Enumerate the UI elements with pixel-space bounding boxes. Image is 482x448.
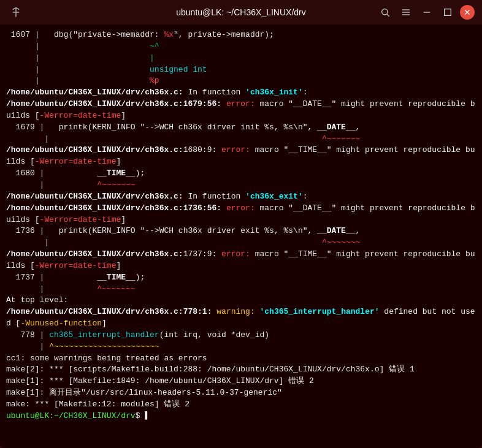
output-line: make: *** [Makefile:12: modules] 错误 2 xyxy=(6,399,476,411)
titlebar-right: ✕ xyxy=(377,4,475,21)
minimize-button[interactable] xyxy=(418,4,435,21)
titlebar-left xyxy=(7,4,25,21)
output-line: /home/ubuntu/CH36X_LINUX/drv/ch36x.c:173… xyxy=(6,249,476,272)
output-line: cc1: some warnings being treated as erro… xyxy=(6,353,476,365)
output-line: make[2]: *** [scripts/Makefile.build:288… xyxy=(6,364,476,376)
terminal-window: ubuntu@LK: ~/CH36X_LINUX/drv xyxy=(0,0,482,448)
prompt-line: ubuntu@LK:~/CH36X_LINUX/drv$ ▌ xyxy=(6,411,476,422)
output-line: | ~^ xyxy=(6,41,476,53)
menu-button[interactable] xyxy=(397,4,415,21)
output-line: 778 | ch365_interrupt_handler(int irq, v… xyxy=(6,330,476,341)
output-line: | %p xyxy=(6,75,476,87)
output-line: 1737 | __TIME__); xyxy=(6,272,476,284)
terminal-output[interactable]: 1607 | dbg("private->memaddr: %x", priva… xyxy=(0,25,482,448)
pin-icon[interactable] xyxy=(7,4,25,21)
titlebar: ubuntu@LK: ~/CH36X_LINUX/drv xyxy=(0,0,482,25)
output-line: /home/ubuntu/CH36X_LINUX/drv/ch36x.c:167… xyxy=(6,99,476,122)
close-button[interactable]: ✕ xyxy=(460,5,475,20)
search-button[interactable] xyxy=(377,4,394,21)
output-line: /home/ubuntu/CH36X_LINUX/drv/ch36x.c: In… xyxy=(6,191,476,203)
output-line: | ^~~~~~~~ xyxy=(6,180,476,191)
output-line: | ^~~~~~~~ xyxy=(6,134,476,145)
output-line: | unsigned int xyxy=(6,64,476,76)
svg-point-1 xyxy=(382,9,388,15)
output-line: 1680 | __TIME__); xyxy=(6,168,476,180)
output-line: 1679 | printk(KERN_INFO "-->WCH ch36x di… xyxy=(6,122,476,134)
output-line: At top level: xyxy=(6,295,476,306)
svg-line-2 xyxy=(387,14,389,17)
output-line: | ^~~~~~~~ xyxy=(6,237,476,249)
output-line: /home/ubuntu/CH36X_LINUX/drv/ch36x.c:778… xyxy=(6,306,476,330)
maximize-button[interactable] xyxy=(439,4,456,21)
window-title: ubuntu@LK: ~/CH36X_LINUX/drv xyxy=(176,7,306,17)
output-line: /home/ubuntu/CH36X_LINUX/drv/ch36x.c:173… xyxy=(6,203,476,226)
output-line: make[1]: 离开目录"/usr/src/linux-headers-5.1… xyxy=(6,387,476,399)
output-line: 1607 | dbg("private->memaddr: %x", priva… xyxy=(6,29,476,41)
output-line: make[1]: *** [Makefile:1849: /home/ubunt… xyxy=(6,376,476,387)
output-line: | ^~~~~~~~ xyxy=(6,284,476,295)
output-line: 1736 | printk(KERN_INFO "-->WCH ch36x dr… xyxy=(6,226,476,237)
output-line: | ^~~~~~~~~~~~~~~~~~~~~~~ xyxy=(6,341,476,353)
output-line: /home/ubuntu/CH36X_LINUX/drv/ch36x.c:168… xyxy=(6,145,476,168)
output-line: | | xyxy=(6,53,476,64)
output-line: /home/ubuntu/CH36X_LINUX/drv/ch36x.c: In… xyxy=(6,87,476,99)
svg-rect-7 xyxy=(445,9,451,16)
